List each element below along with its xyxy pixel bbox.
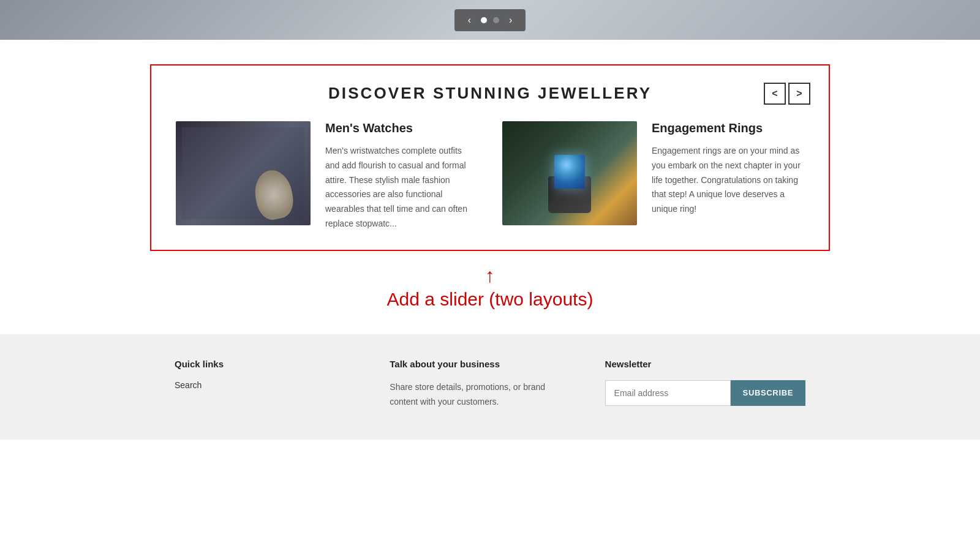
newsletter-email-input[interactable]	[605, 380, 731, 406]
main-content: DISCOVER STUNNING JEWELLERY < > Men's Wa…	[0, 40, 980, 322]
slider-dot-2[interactable]	[493, 17, 499, 23]
product-item-watches: Men's Watches Men's wristwatches complet…	[176, 121, 478, 231]
footer-col-quick-links: Quick links Search	[175, 359, 353, 390]
footer-col-newsletter: Newsletter SUBSCRIBE	[605, 359, 805, 406]
product-info-rings: Engagement Rings Engagement rings are on…	[652, 121, 804, 231]
product-info-watches: Men's Watches Men's wristwatches complet…	[325, 121, 478, 231]
footer-newsletter-heading: Newsletter	[605, 359, 805, 369]
jewellery-section: DISCOVER STUNNING JEWELLERY < > Men's Wa…	[150, 64, 830, 251]
footer-link-search[interactable]: Search	[175, 380, 353, 390]
footer-col-about: Talk about your business Share store det…	[390, 359, 568, 410]
annotation-area: ↑ Add a slider (two layouts)	[387, 266, 594, 310]
annotation-arrow-icon: ↑	[485, 266, 495, 285]
newsletter-subscribe-button[interactable]: SUBSCRIBE	[731, 380, 805, 406]
newsletter-form: SUBSCRIBE	[605, 380, 805, 406]
product-name-rings: Engagement Rings	[652, 121, 804, 135]
jewellery-title: DISCOVER STUNNING JEWELLERY	[176, 84, 804, 103]
slider-prev-button[interactable]: ‹	[464, 14, 475, 26]
jewellery-prev-button[interactable]: <	[764, 83, 786, 105]
product-image-rings	[502, 121, 637, 225]
slider-dot-1[interactable]	[481, 17, 487, 23]
footer-about-heading: Talk about your business	[390, 359, 568, 369]
product-item-rings: Engagement Rings Engagement rings are on…	[502, 121, 804, 231]
annotation-text: Add a slider (two layouts)	[387, 289, 594, 310]
footer: Quick links Search Talk about your busin…	[0, 334, 980, 440]
slider-next-button[interactable]: ›	[505, 14, 516, 26]
product-name-watches: Men's Watches	[325, 121, 478, 135]
product-image-watches	[176, 121, 311, 225]
product-desc-rings: Engagement rings are on your mind as you…	[652, 144, 804, 217]
product-desc-watches: Men's wristwatches complete outfits and …	[325, 144, 478, 231]
footer-about-text: Share store details, promotions, or bran…	[390, 380, 568, 410]
footer-quick-links-heading: Quick links	[175, 359, 353, 369]
slider-controls: ‹ ›	[454, 9, 526, 31]
hero-slider-area: ‹ ›	[0, 0, 980, 40]
jewellery-next-button[interactable]: >	[788, 83, 810, 105]
footer-inner: Quick links Search Talk about your busin…	[150, 359, 830, 410]
section-nav-buttons: < >	[764, 83, 810, 105]
products-grid: Men's Watches Men's wristwatches complet…	[176, 121, 804, 231]
